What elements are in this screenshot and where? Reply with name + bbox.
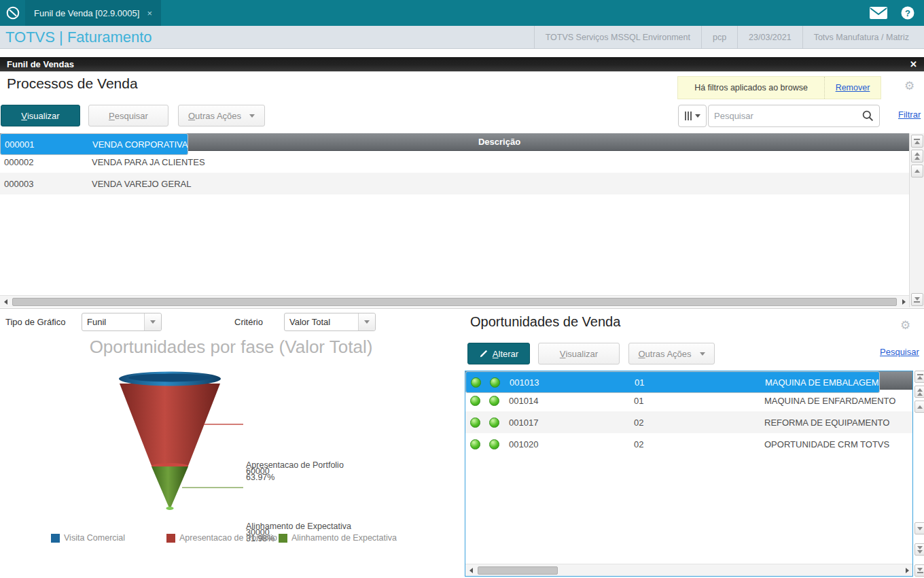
scroll-right-icon[interactable] bbox=[898, 296, 909, 307]
chevron-down-icon bbox=[249, 114, 255, 118]
scrollbar-thumb[interactable] bbox=[12, 298, 897, 306]
table-row[interactable]: 000001 VENDA CORPORATIVA bbox=[0, 133, 188, 155]
search-input[interactable] bbox=[709, 111, 862, 121]
table-row[interactable]: 001017 02 REFORMA DE EQUIPAMENTO bbox=[465, 411, 912, 433]
tipo-grafico-label: Tipo de Gráfico bbox=[5, 317, 65, 327]
criterio-label: Critério bbox=[234, 317, 263, 327]
scroll-down-icon[interactable] bbox=[914, 522, 924, 534]
chevron-down-icon bbox=[358, 313, 375, 330]
legend-item-apresentacao: Apresentacao de Portfolio bbox=[166, 533, 277, 543]
table-row[interactable]: 001020 02 OPORTUNIDADE CRM TOTVS bbox=[465, 433, 912, 455]
legend-item-visita: Visita Comercial bbox=[51, 533, 125, 543]
scroll-bottom-icon[interactable] bbox=[914, 564, 924, 577]
cell-descricao: MAQUINA DE ENFARDAMENTO bbox=[759, 396, 912, 406]
legend-swatch bbox=[51, 534, 60, 543]
brand-title: TOTVS | Faturamento bbox=[0, 29, 152, 46]
visualizar-button[interactable]: Visualizar bbox=[1, 105, 80, 126]
tab-funil-de-venda[interactable]: Funil de Venda [02.9.0005] × bbox=[25, 0, 161, 26]
cell-oportunidade: 001020 bbox=[503, 439, 628, 449]
legend-swatch bbox=[166, 534, 175, 543]
processos-section: Processos de Venda Há filtros aplicados … bbox=[0, 71, 924, 309]
table-row[interactable]: 001013 01 MAQUINA DE EMBALAGEM bbox=[465, 371, 880, 393]
status-led-icon bbox=[485, 377, 504, 388]
status-led-icon bbox=[465, 439, 484, 449]
tab-close-icon[interactable]: × bbox=[147, 8, 152, 18]
cell-descricao: VENDA PARA JA CLIENTES bbox=[90, 157, 909, 167]
outras-acoes-label: Outras Ações bbox=[188, 111, 241, 121]
legend-item-alinhamento: Alinhamento de Expectativa bbox=[279, 533, 397, 543]
top-bar-icons: ? bbox=[870, 0, 924, 26]
chevron-down-icon bbox=[695, 114, 700, 118]
vertical-scrollbar[interactable] bbox=[909, 133, 924, 307]
scroll-right-icon[interactable] bbox=[902, 565, 912, 576]
tab-title: Funil de Venda [02.9.0005] bbox=[34, 8, 139, 18]
pesquisar-button[interactable]: Pesquisar bbox=[88, 105, 168, 126]
pesquisar-link[interactable]: Pesquisar bbox=[880, 347, 919, 357]
status-led-icon bbox=[484, 396, 503, 406]
horizontal-scrollbar[interactable] bbox=[465, 564, 912, 576]
environment-name: TOTVS Serviços MSSQL Environment bbox=[534, 26, 701, 48]
select-value: Valor Total bbox=[285, 317, 330, 327]
remove-filter-link[interactable]: Remover bbox=[825, 77, 881, 99]
legend-label: Visita Comercial bbox=[64, 533, 125, 543]
settings-gear-icon[interactable]: ⚙ bbox=[900, 320, 910, 331]
scroll-page-up-icon[interactable] bbox=[914, 386, 924, 398]
oportunidades-panel: Oportunidades de Venda ⚙ Alterar Visuali… bbox=[462, 309, 924, 578]
cell-revisao: 02 bbox=[628, 418, 759, 428]
cell-revisao: 01 bbox=[628, 396, 759, 406]
funnel-chart: Apresentacao de Portfolio 60000 63.97% A… bbox=[0, 363, 462, 523]
scroll-up-icon[interactable] bbox=[911, 165, 923, 177]
outras-acoes-button[interactable]: Outras Ações bbox=[628, 343, 715, 364]
chart-legend: Visita Comercial Apresentacao de Portfol… bbox=[0, 533, 462, 547]
search-icon[interactable] bbox=[862, 110, 874, 122]
tipo-grafico-select[interactable]: Funil bbox=[82, 313, 162, 331]
filtrar-link[interactable]: Filtrar bbox=[898, 109, 921, 120]
brand-header: TOTVS | Faturamento TOTVS Serviços MSSQL… bbox=[0, 26, 924, 49]
cell-oportunidade: 001014 bbox=[503, 396, 628, 406]
scroll-bottom-icon[interactable] bbox=[911, 293, 923, 306]
scroll-top-icon[interactable] bbox=[914, 371, 924, 383]
legend-label: Alinhamento de Expectativa bbox=[291, 533, 397, 543]
settings-gear-icon[interactable]: ⚙ bbox=[904, 80, 914, 92]
status-led-icon bbox=[484, 418, 503, 428]
scroll-left-icon[interactable] bbox=[465, 565, 476, 576]
visualizar-button[interactable]: Visualizar bbox=[538, 343, 620, 364]
chevron-down-icon bbox=[700, 352, 705, 356]
scrollbar-thumb[interactable] bbox=[478, 566, 558, 575]
outras-acoes-button[interactable]: Outras Ações bbox=[178, 105, 265, 126]
cell-descricao: REFORMA DE EQUIPAMENTO bbox=[759, 418, 912, 428]
totvs-menu-icon[interactable] bbox=[0, 0, 25, 26]
scroll-up-icon[interactable] bbox=[914, 401, 924, 413]
alterar-button[interactable]: Alterar bbox=[467, 343, 530, 364]
app-window: Funil de Venda [02.9.0005] × ? TOTVS | F… bbox=[0, 0, 924, 578]
oportunidades-table: Oportunidade Revisao Descrição 001013 01… bbox=[465, 371, 913, 577]
cell-processo: 000003 bbox=[0, 179, 90, 189]
status-led-icon bbox=[466, 377, 485, 388]
pencil-icon bbox=[479, 350, 488, 358]
scroll-page-up-icon[interactable] bbox=[911, 150, 923, 163]
legend-label: Apresentacao de Portfolio bbox=[179, 533, 277, 543]
scroll-left-icon[interactable] bbox=[0, 296, 11, 307]
mail-icon[interactable] bbox=[870, 7, 887, 19]
window-close-icon[interactable]: ✕ bbox=[910, 59, 917, 69]
scroll-page-down-icon[interactable] bbox=[914, 543, 924, 556]
status-led-icon bbox=[465, 418, 484, 428]
table-row[interactable]: 000003 VENDA VAREJO GERAL bbox=[0, 173, 909, 194]
cell-descricao: MAQUINA DE EMBALAGEM bbox=[760, 377, 879, 388]
table-empty-area bbox=[0, 194, 909, 295]
scroll-top-icon[interactable] bbox=[911, 135, 923, 148]
funnel-graphic bbox=[0, 363, 462, 523]
column-label: Descrição bbox=[478, 137, 520, 147]
column-header-descricao[interactable]: Descrição bbox=[90, 133, 909, 150]
company-branch: Totvs Manufatura / Matriz bbox=[802, 26, 920, 48]
chart-title: Oportunidades por fase (Valor Total) bbox=[0, 337, 462, 358]
help-icon[interactable]: ? bbox=[901, 6, 914, 20]
cell-processo: 000002 bbox=[0, 157, 90, 167]
column-chooser-button[interactable] bbox=[678, 105, 707, 127]
select-value: Funil bbox=[82, 317, 106, 327]
horizontal-scrollbar[interactable] bbox=[0, 295, 909, 307]
criterio-select[interactable]: Valor Total bbox=[284, 313, 376, 331]
top-bar: Funil de Venda [02.9.0005] × ? bbox=[0, 0, 924, 26]
vertical-scrollbar[interactable] bbox=[914, 371, 924, 577]
current-date: 23/03/2021 bbox=[737, 26, 802, 48]
